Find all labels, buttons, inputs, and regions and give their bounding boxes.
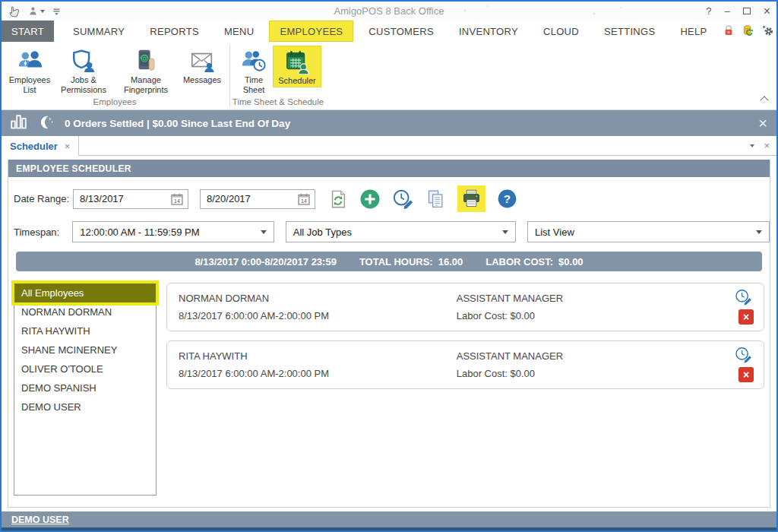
window-maximize-button[interactable] <box>743 8 751 14</box>
window-close-button[interactable]: × <box>764 5 770 17</box>
chevron-down-icon <box>502 230 508 234</box>
summary-range: 8/13/2017 0:00-8/20/2017 23:59 <box>194 256 337 268</box>
logged-in-user-link[interactable]: DEMO USER <box>11 515 69 525</box>
add-shift-button[interactable] <box>359 188 381 210</box>
manage-fingerprints-button[interactable]: Manage Fingerprints <box>114 46 178 96</box>
filters-row: Timespan: 12:00:00 AM - 11:59:59 PM All … <box>8 221 770 242</box>
window-bottom-strip <box>2 527 776 530</box>
job-type-select[interactable]: All Job Types <box>286 221 516 242</box>
tab-inventory[interactable]: INVENTORY <box>449 21 528 42</box>
bar-chart-icon[interactable] <box>11 115 27 131</box>
ribbon-tab-bar: START SUMMARY REPORTS MENU EMPLOYEES CUS… <box>2 21 776 42</box>
tab-menu[interactable]: MENU <box>214 21 264 42</box>
tab-settings[interactable]: SETTINGS <box>594 21 665 42</box>
database-backup-icon[interactable] <box>742 24 754 40</box>
document-tab-strip: Scheduler × × <box>2 136 776 156</box>
timespan-value: 12:00:00 AM - 11:59:59 PM <box>80 226 199 238</box>
tab-start[interactable]: START <box>2 21 54 42</box>
ribbon: Employees List Jobs & Permissions Manage… <box>2 42 776 110</box>
tab-employees[interactable]: EMPLOYEES <box>269 21 353 42</box>
window-help-button[interactable]: ? <box>706 6 711 16</box>
clock-edit-icon <box>392 188 415 210</box>
employee-list-item[interactable]: DEMO SPANISH <box>14 378 156 397</box>
tab-customers[interactable]: CUSTOMERS <box>359 21 444 42</box>
envelope-icon <box>188 46 216 75</box>
shift-delete-button[interactable]: × <box>738 367 754 382</box>
employees-list-button[interactable]: Employees List <box>6 46 53 96</box>
copy-button[interactable] <box>426 188 446 210</box>
date-range-label: Date Range: <box>14 193 73 204</box>
window-minimize-button[interactable]: – <box>724 6 729 16</box>
job-type-value: All Job Types <box>293 226 352 238</box>
user-icon <box>28 6 38 16</box>
date-from-input[interactable]: 8/13/2017 14 <box>73 189 188 209</box>
shift-time: 8/13/2017 6:00:00 AM-2:00:00 PM <box>179 368 329 379</box>
svg-text:?: ? <box>504 192 511 205</box>
shift-labor-cost: Labor Cost: $0.00 <box>457 310 535 321</box>
help-button[interactable]: ? <box>497 188 517 209</box>
title-bar: AmigoPOS 8 Back Office ? – × <box>2 2 776 21</box>
ribbon-group-employees: Employees List Jobs & Permissions Manage… <box>2 42 228 109</box>
view-mode-value: List View <box>535 226 574 238</box>
app-logo-hand-icon <box>8 5 21 18</box>
scheduler-button[interactable]: Scheduler <box>273 46 321 87</box>
services-gear-icon[interactable] <box>761 24 774 39</box>
shift-time: 8/13/2017 6:00:00 AM-2:00:00 PM <box>179 310 329 321</box>
jobs-permissions-button[interactable]: Jobs & Permissions <box>55 46 112 96</box>
calendar-icon: 14 <box>297 192 311 206</box>
print-button[interactable] <box>457 185 485 212</box>
employee-list-item[interactable]: NORMAN DORMAN <box>14 302 156 321</box>
timespan-label: Timespan: <box>14 226 72 238</box>
date-range-row: Date Range: 8/13/2017 14 8/20/2017 14 ? <box>8 185 770 212</box>
scheduler-label: Scheduler <box>278 76 316 86</box>
refresh-button[interactable] <box>328 188 348 210</box>
quick-access-toolbar <box>8 5 62 18</box>
shift-delete-button[interactable]: × <box>738 309 754 325</box>
lock-icon[interactable] <box>723 24 735 40</box>
tab-cloud[interactable]: CLOUD <box>533 21 589 42</box>
ribbon-divider <box>229 44 230 107</box>
ribbon-group-timesheet: Time Sheet Scheduler Time Sheet & Schedu… <box>232 42 324 109</box>
date-from-value: 8/13/2017 <box>80 193 124 204</box>
fingerprint-device-icon <box>133 46 159 75</box>
tab-reports[interactable]: REPORTS <box>140 21 209 42</box>
edit-time-button[interactable] <box>392 188 415 210</box>
app-window: AmigoPOS 8 Back Office ? – × START SUMMA… <box>0 0 778 532</box>
ribbon-collapse-chevron-icon[interactable] <box>760 96 768 104</box>
time-sheet-button[interactable]: Time Sheet <box>236 46 271 96</box>
tab-summary[interactable]: SUMMARY <box>63 21 134 42</box>
employee-list-item[interactable]: OLIVER O'TOOLE <box>14 359 156 378</box>
labor-cost-label: LABOR COST: <box>485 256 553 268</box>
date-to-input[interactable]: 8/20/2017 14 <box>200 189 315 209</box>
doc-tab-close-icon[interactable]: × <box>65 141 71 152</box>
view-mode-select[interactable]: List View <box>527 221 770 242</box>
employee-list-item[interactable]: RITA HAYWITH <box>14 321 156 340</box>
date-to-value: 8/20/2017 <box>207 193 251 204</box>
panel-title: EMPLOYEE SCHEDULER <box>8 160 770 177</box>
employee-list-item[interactable]: SHANE MCINERNEY <box>14 340 156 359</box>
svg-text:14: 14 <box>174 198 180 204</box>
qat-customize-button[interactable] <box>52 6 62 16</box>
shift-edit-time-button[interactable] <box>734 346 754 367</box>
labor-cost-value: $0.00 <box>558 256 584 268</box>
scheduler-doc-tab[interactable]: Scheduler × <box>2 136 79 156</box>
messages-button[interactable]: Messages <box>179 46 225 86</box>
clock-edit-icon <box>734 346 754 364</box>
end-of-day-moon-icon[interactable] <box>38 115 54 132</box>
status-close-icon[interactable]: × <box>758 116 767 131</box>
timespan-select[interactable]: 12:00:00 AM - 11:59:59 PM <box>72 221 274 242</box>
chevron-down-icon <box>756 230 762 234</box>
employee-list-item-all[interactable]: All Employees <box>14 283 156 302</box>
strip-close-icon[interactable]: × <box>764 140 770 151</box>
customize-toolbar-icon <box>52 6 62 16</box>
tab-list-dropdown-icon[interactable] <box>750 144 754 147</box>
time-sheet-label: Time Sheet <box>238 75 270 95</box>
shift-edit-time-button[interactable] <box>734 288 754 309</box>
svg-text:14: 14 <box>301 198 307 204</box>
qat-user-button[interactable] <box>28 6 45 16</box>
plus-icon <box>359 188 381 210</box>
employee-list-item[interactable]: DEMO USER <box>14 397 156 416</box>
tab-help[interactable]: HELP <box>670 21 716 42</box>
window-title: AmigoPOS 8 Back Office <box>2 5 776 17</box>
calendar-icon: 14 <box>170 192 184 206</box>
